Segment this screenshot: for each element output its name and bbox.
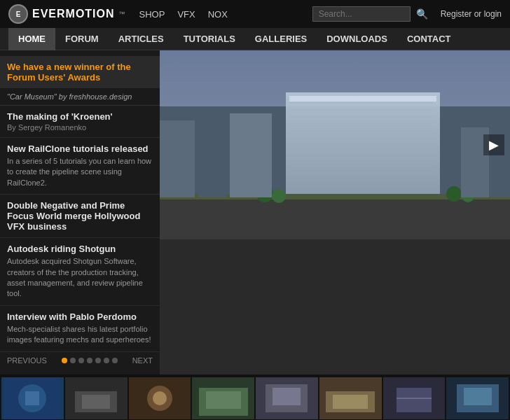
svg-rect-23 (230, 113, 272, 197)
register-link[interactable]: Register or login (441, 9, 502, 19)
dot-6[interactable] (112, 358, 118, 363)
dot-0[interactable] (62, 358, 67, 363)
svg-rect-37 (206, 391, 241, 409)
thumb-0[interactable]: mvstudio (1, 377, 64, 420)
search-area: 🔍 Register or login (312, 6, 502, 22)
nav-downloads[interactable]: DOWNLOADS (317, 28, 397, 50)
sidebar-sub-0: By Sergey Romanenko (7, 123, 153, 132)
sidebar-item-4: Interview with Pablo Perdomo Mech-specia… (0, 306, 160, 352)
top-nav-nox[interactable]: NOX (208, 9, 228, 20)
thumb-6[interactable]: Betrrandb (383, 377, 446, 420)
search-icon[interactable]: 🔍 (416, 8, 428, 20)
svg-rect-31 (82, 395, 110, 409)
sidebar-highlight-link[interactable]: We have a new winner of the Forum Users'… (7, 62, 131, 83)
slide-dots (62, 358, 118, 363)
hero-area: ▶ (160, 50, 510, 374)
hero-svg (160, 50, 510, 239)
thumb-4[interactable]: Jure Smuk (256, 377, 318, 420)
thumb-2[interactable]: mikutzu2006 (129, 377, 191, 420)
svg-rect-43 (333, 395, 368, 409)
logo-text[interactable]: EVERMOTION (32, 8, 115, 20)
svg-rect-22 (198, 134, 226, 197)
thumb-7[interactable]: freshhouse.design (446, 377, 509, 420)
header: E EVERMOTION ™ SHOP VFX NOX 🔍 Register o… (0, 0, 510, 28)
top-nav: SHOP VFX NOX (139, 9, 228, 20)
thumb-1[interactable]: U6 Studio (65, 377, 127, 420)
svg-rect-15 (160, 197, 510, 239)
sidebar-desc-4: Mech-specialist shares his latest portfo… (7, 324, 153, 346)
sidebar-title-4[interactable]: Interview with Pablo Perdomo (7, 312, 153, 322)
dot-3[interactable] (87, 358, 92, 363)
svg-rect-28 (25, 391, 39, 405)
dot-4[interactable] (95, 358, 101, 363)
svg-point-19 (446, 186, 462, 202)
nav-home[interactable]: HOME (8, 28, 55, 50)
top-nav-vfx[interactable]: VFX (177, 9, 195, 20)
nav-tutorials[interactable]: TUTORIALS (174, 28, 245, 50)
thumbs-strip: mvstudio U6 Studio mikutzu2006 vladimirh… (0, 374, 510, 420)
sidebar-title-0[interactable]: The making of 'Kroenen' (7, 111, 153, 122)
sidebar-desc-1: In a series of 5 tutorials you can learn… (7, 156, 153, 188)
svg-rect-3 (289, 96, 436, 102)
search-input[interactable] (312, 6, 411, 22)
svg-point-18 (272, 189, 286, 203)
dot-1[interactable] (70, 358, 76, 363)
dot-5[interactable] (104, 358, 109, 363)
sidebar-item-0: The making of 'Kroenen' By Sergey Romane… (0, 106, 160, 138)
next-button[interactable]: NEXT (132, 356, 153, 365)
sidebar-item-1: New RailClone tutorials released In a se… (0, 138, 160, 195)
top-nav-shop[interactable]: SHOP (139, 9, 165, 20)
sidebar-title-3[interactable]: Autodesk riding Shotgun (7, 244, 153, 254)
svg-rect-40 (273, 388, 301, 405)
thumb-5[interactable]: kim jungin (319, 377, 382, 420)
nav-forum[interactable]: FORUM (55, 28, 109, 50)
sidebar-quote: "Car Museum" by freshhouse.design (0, 91, 160, 106)
logo-icon[interactable]: E (8, 4, 28, 24)
sidebar-title-1[interactable]: New RailClone tutorials released (7, 144, 153, 154)
hero-next-button[interactable]: ▶ (483, 134, 504, 155)
svg-point-34 (153, 391, 167, 405)
sidebar-desc-3: Autodesk acquired Shotgun Software, crea… (7, 256, 153, 300)
sidebar-item-2: Double Negative and Prime Focus World me… (0, 195, 160, 238)
logo-area: E EVERMOTION ™ (8, 4, 125, 24)
sidebar: We have a new winner of the Forum Users'… (0, 50, 160, 374)
hero-image: ▶ (160, 50, 510, 239)
svg-rect-49 (464, 388, 492, 405)
dot-2[interactable] (78, 358, 84, 363)
sidebar-item-3: Autodesk riding Shotgun Autodesk acquire… (0, 238, 160, 306)
svg-rect-21 (160, 120, 195, 197)
nav-articles[interactable]: ARTICLES (109, 28, 174, 50)
nav-contact[interactable]: CONTACT (397, 28, 461, 50)
thumb-3[interactable]: vladimirhomza (192, 377, 254, 420)
sidebar-nav-arrows: PREVIOUS NEXT (0, 352, 160, 369)
prev-button[interactable]: PREVIOUS (7, 356, 47, 365)
logo-tm: ™ (119, 10, 125, 18)
content-area: We have a new winner of the Forum Users'… (0, 50, 510, 374)
sidebar-title-2[interactable]: Double Negative and Prime Focus World me… (7, 200, 153, 232)
main-nav: HOME FORUM ARTICLES TUTORIALS GALLERIES … (0, 28, 510, 50)
svg-rect-45 (397, 388, 432, 412)
nav-galleries[interactable]: GALLERIES (245, 28, 317, 50)
sidebar-highlight: We have a new winner of the Forum Users'… (0, 56, 160, 88)
